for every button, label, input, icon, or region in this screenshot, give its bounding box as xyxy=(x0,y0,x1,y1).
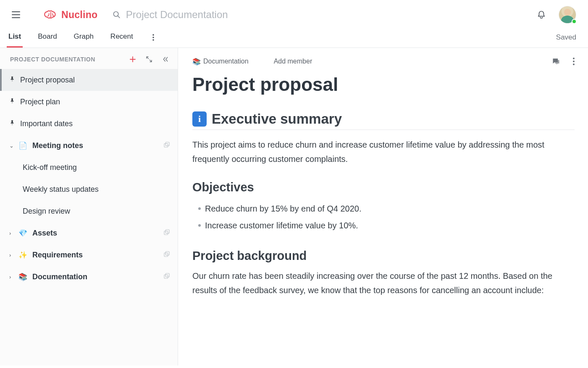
page-more-button[interactable] xyxy=(573,58,575,65)
comments-button[interactable] xyxy=(552,57,560,66)
copy-icon xyxy=(163,273,170,279)
background-heading[interactable]: Project background xyxy=(192,249,575,263)
svg-rect-8 xyxy=(164,231,168,235)
books-icon: 📚 xyxy=(18,273,27,281)
expand-icon xyxy=(146,56,152,63)
view-tab-graph[interactable]: Graph xyxy=(72,27,95,48)
copy-icon xyxy=(163,229,170,236)
sidebar-item-requirements[interactable]: ›✨Requirements xyxy=(0,244,178,266)
sidebar-item-kick-off-meeting[interactable]: Kick-off meeting xyxy=(0,156,178,178)
sidebar: PROJECT DOCUMENTATION Project proposalPr… xyxy=(0,48,178,365)
top-right-actions xyxy=(537,6,576,24)
svg-point-14 xyxy=(573,61,575,62)
copy-icon xyxy=(163,251,170,257)
page-title[interactable]: Project proposal xyxy=(192,74,575,95)
view-tabs: ListBoardGraphRecent xyxy=(7,27,158,48)
view-tab-list[interactable]: List xyxy=(7,27,23,48)
sidebar-item-weekly-status-updates[interactable]: Weekly status updates xyxy=(0,178,178,200)
sidebar-title: PROJECT DOCUMENTATION xyxy=(10,56,95,63)
sidebar-item-meeting-notes[interactable]: ⌄📄Meeting notes xyxy=(0,135,178,156)
sidebar-item-label: Project plan xyxy=(20,98,170,106)
view-bar: ListBoardGraphRecent Saved xyxy=(0,27,588,48)
add-member-link[interactable]: Add member xyxy=(274,58,312,65)
view-tab-recent[interactable]: Recent xyxy=(109,27,135,48)
app-logo[interactable]: Nuclino xyxy=(44,9,97,21)
chevron-icon: › xyxy=(9,252,13,258)
comments-icon xyxy=(552,57,560,66)
doc-icon: 📄 xyxy=(18,141,27,150)
svg-rect-6 xyxy=(164,143,168,147)
sidebar-item-label: Meeting notes xyxy=(32,141,158,150)
presence-indicator xyxy=(572,19,577,24)
svg-point-4 xyxy=(152,39,154,41)
view-tab-board[interactable]: Board xyxy=(36,27,58,48)
more-vertical-icon xyxy=(152,34,154,41)
pin-icon xyxy=(9,98,15,104)
sidebar-item-assets[interactable]: ›💎Assets xyxy=(0,222,178,244)
app-name: Nuclino xyxy=(61,9,97,21)
search-input[interactable] xyxy=(126,9,537,21)
svg-rect-5 xyxy=(165,142,169,146)
breadcrumb-item[interactable]: 📚 Documentation xyxy=(192,58,249,66)
search-bar xyxy=(113,9,537,21)
sidebar-item-label: Project proposal xyxy=(20,76,170,85)
sidebar-header: PROJECT DOCUMENTATION xyxy=(0,48,178,69)
more-vertical-icon xyxy=(573,58,575,65)
svg-point-13 xyxy=(573,58,575,59)
sidebar-item-label: Design review xyxy=(23,207,170,216)
svg-point-3 xyxy=(152,37,154,38)
chevrons-left-icon xyxy=(162,56,169,63)
objective-item[interactable]: Reduce churn by 15% by end of Q4 2020. xyxy=(192,200,575,217)
sidebar-item-project-proposal[interactable]: Project proposal xyxy=(0,69,178,91)
chevron-icon: ⌄ xyxy=(9,143,13,149)
breadcrumbs: 📚 Documentation Add member xyxy=(192,58,312,66)
brain-icon xyxy=(44,9,58,20)
sidebar-item-label: Kick-off meeting xyxy=(23,163,170,172)
executive-summary-heading[interactable]: i Executive summary xyxy=(192,111,575,130)
chevron-icon: › xyxy=(9,230,13,236)
sidebar-item-label: Requirements xyxy=(32,251,158,259)
search-icon xyxy=(113,11,121,19)
objectives-list[interactable]: Reduce churn by 15% by end of Q4 2020.In… xyxy=(192,200,575,234)
sidebar-item-label: Documentation xyxy=(32,273,158,281)
sidebar-item-important-dates[interactable]: Important dates xyxy=(0,113,178,135)
pin-icon xyxy=(9,119,15,126)
sidebar-item-label: Important dates xyxy=(20,119,170,128)
user-avatar[interactable] xyxy=(559,6,576,24)
svg-point-15 xyxy=(573,64,575,65)
sidebar-tree: Project proposalProject planImportant da… xyxy=(0,69,178,288)
background-paragraph[interactable]: Our churn rate has been steadily increas… xyxy=(192,269,570,297)
svg-rect-10 xyxy=(164,253,168,257)
svg-rect-12 xyxy=(164,275,168,278)
chevron-icon: › xyxy=(9,274,13,280)
sidebar-item-label: Assets xyxy=(32,229,158,238)
svg-rect-7 xyxy=(165,230,169,233)
copy-icon xyxy=(163,141,170,148)
summary-paragraph[interactable]: This project aims to reduce churn and in… xyxy=(192,138,570,166)
top-bar: Nuclino xyxy=(0,0,588,29)
sidebar-item-label: Weekly status updates xyxy=(23,185,170,194)
objectives-heading[interactable]: Objectives xyxy=(192,180,575,194)
sparkle-icon: ✨ xyxy=(18,251,27,259)
view-more-button[interactable] xyxy=(148,32,158,42)
collapse-sidebar-button[interactable] xyxy=(162,56,169,63)
objective-item[interactable]: Increase customer lifetime value by 10%. xyxy=(192,217,575,234)
sidebar-item-documentation[interactable]: ›📚Documentation xyxy=(0,266,178,288)
svg-line-1 xyxy=(118,16,120,18)
notifications-icon[interactable] xyxy=(537,10,546,19)
books-icon: 📚 xyxy=(192,58,201,66)
svg-rect-9 xyxy=(165,252,169,255)
svg-rect-11 xyxy=(165,273,169,277)
pin-icon xyxy=(9,76,15,82)
plus-icon xyxy=(129,56,136,63)
menu-toggle-button[interactable] xyxy=(12,9,24,21)
svg-point-2 xyxy=(152,34,154,36)
expand-sidebar-button[interactable] xyxy=(146,56,152,63)
sidebar-item-project-plan[interactable]: Project plan xyxy=(0,91,178,113)
gem-icon: 💎 xyxy=(18,229,27,238)
new-item-button[interactable] xyxy=(129,56,136,63)
info-icon: i xyxy=(192,111,207,127)
sidebar-item-design-review[interactable]: Design review xyxy=(0,200,178,222)
page-content: 📚 Documentation Add member xyxy=(178,48,588,365)
workspace: PROJECT DOCUMENTATION Project proposalPr… xyxy=(0,48,588,365)
